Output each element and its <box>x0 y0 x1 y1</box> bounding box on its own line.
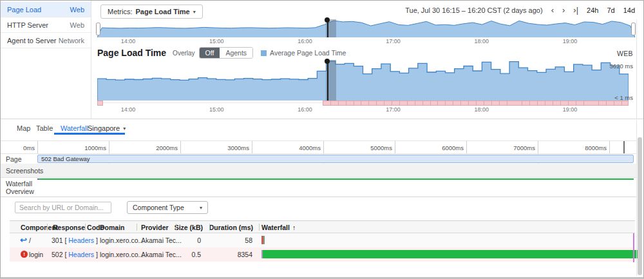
metrics-dropdown[interactable]: Metrics: Page Load Time ▾ <box>100 5 203 19</box>
selected-time-pin <box>327 60 328 101</box>
cell-response-code: 301 [ Headers ] <box>52 236 98 244</box>
section-divider <box>1 119 643 119</box>
overview-area-chart <box>97 19 635 37</box>
tab-map[interactable]: Map <box>17 124 30 132</box>
table-row-login[interactable]: !login502 [ Headers ]login.xero.co...Aka… <box>10 247 635 262</box>
range-7d-button[interactable]: 7d <box>607 6 614 14</box>
brush-handle-right[interactable] <box>631 23 636 35</box>
headers-link[interactable]: Headers <box>68 251 94 258</box>
cell-component: / <box>29 236 31 244</box>
time-tick-label: 18:00 <box>475 106 489 113</box>
time-tick-label: 19:00 <box>563 106 578 113</box>
cell-domain: login.xero.co... <box>100 251 144 258</box>
legend-swatch <box>261 50 267 56</box>
caret-down-icon: ▾ <box>193 9 196 15</box>
skip-to-latest-icon[interactable]: ›| <box>573 7 578 14</box>
column-resize-handle[interactable] <box>259 224 260 231</box>
column-header-domain[interactable]: Domain <box>100 224 125 231</box>
time-tick-label: 14:00 <box>121 38 136 44</box>
chart-title: Page Load Time <box>97 48 166 58</box>
overlay-toggle[interactable]: Off Agents <box>199 47 254 59</box>
sidebar-item-http-server[interactable]: HTTP ServerWeb <box>1 17 91 33</box>
ruler-tick-label: 8000ms <box>558 144 607 151</box>
overlay-agents-button[interactable]: Agents <box>220 48 252 58</box>
time-tick-label: 17:00 <box>386 106 401 113</box>
ruler-gridline <box>109 141 109 153</box>
sort-ascending-icon[interactable]: ↑ <box>292 224 296 231</box>
tab-waterfall[interactable]: Waterfall <box>61 124 88 132</box>
cell-size-kb: 0 <box>158 236 201 244</box>
time-tick-label: 17:00 <box>386 38 401 44</box>
row-label-waterfall-overview: Waterfall Overview <box>6 180 41 195</box>
cell-response-code: 502 [ Headers ] <box>52 251 98 258</box>
ruler-tick-label: 5000ms <box>343 144 392 151</box>
time-tick-label: 16:00 <box>298 38 312 44</box>
headers-link[interactable]: Headers <box>68 236 94 244</box>
overview-timeline-chart[interactable] <box>97 19 635 37</box>
search-input[interactable] <box>15 202 111 213</box>
component-type-dropdown[interactable]: Component Type ▾ <box>127 201 208 214</box>
brush-handle-left[interactable] <box>96 23 100 35</box>
error-segment-outage <box>323 101 629 106</box>
ruler-tick-label: 4000ms <box>272 144 321 151</box>
date-range-bar: Tue, Jul 30 16:15 – 16:20 CST (2 days ag… <box>405 6 635 14</box>
page-bar-502-bad-gateway[interactable]: 502 Bad Gateway <box>37 155 634 163</box>
caret-down-icon: ▾ <box>200 205 202 211</box>
waterfall-bar <box>261 250 641 258</box>
ruler-end-marker <box>623 141 625 153</box>
column-resize-handle[interactable] <box>176 224 176 231</box>
ruler-gridline <box>180 141 181 153</box>
sidebar-item-type: Network <box>59 37 84 44</box>
ruler-gridline <box>466 141 467 153</box>
column-header-waterfall[interactable]: Waterfall↑ <box>261 224 296 231</box>
active-tab-underline <box>54 133 125 135</box>
waterfall-bar-small <box>261 236 265 244</box>
legend-label: Average Page Load Time <box>270 49 346 57</box>
ruler-gridline <box>395 141 395 153</box>
table-row--[interactable]: ↩/301 [ Headers ]login.xero.co...Akamai … <box>10 233 635 248</box>
selected-time-pin-head <box>325 17 330 23</box>
selected-time-pin-head <box>325 59 330 64</box>
column-resize-handle[interactable] <box>137 224 137 231</box>
tab-table[interactable]: Table <box>36 124 53 132</box>
cell-duration-ms: 8354 <box>203 251 252 258</box>
overview-time-axis: 14:0015:0016:0017:0018:0019:00 <box>97 38 635 45</box>
redirect-icon: ↩ <box>20 235 27 245</box>
scrollbar-thumb[interactable] <box>638 137 642 275</box>
cell-component: login <box>29 251 43 258</box>
ruler-tick-label: 6000ms <box>415 144 464 151</box>
column-header-response-code[interactable]: Response Code <box>53 224 104 231</box>
sidebar-item-agent-to-server[interactable]: Agent to ServerNetwork <box>1 33 91 48</box>
waterfall-overview-row: Waterfall Overview <box>1 178 637 197</box>
overview-duration-bar <box>39 178 634 180</box>
chart-max-value: 3620 ms <box>610 63 633 70</box>
sidebar-item-page-load[interactable]: Page LoadWeb <box>1 2 91 17</box>
overlay-off-button[interactable]: Off <box>200 48 220 58</box>
chevron-left-icon[interactable]: ‹ <box>551 7 554 14</box>
page-load-area-chart <box>97 60 629 101</box>
column-resize-handle[interactable] <box>209 224 210 231</box>
page-load-time-chart[interactable] <box>97 60 629 101</box>
caret-down-icon: ▾ <box>123 126 126 131</box>
column-header-size-kb-[interactable]: Size (kB) <box>145 224 203 231</box>
ruler-tick-label: 0ms <box>0 144 35 151</box>
chart-time-axis: 14:0015:0016:0017:0018:0019:00 <box>97 106 635 113</box>
scrollbar-track <box>636 19 637 276</box>
ruler-tick-label: 7000ms <box>486 144 535 151</box>
column-resize-handle[interactable] <box>85 224 86 231</box>
location-dropdown[interactable]: Singapore ▾ <box>88 124 126 132</box>
range-24h-button[interactable]: 24h <box>587 6 598 14</box>
column-header-duration-ms-[interactable]: Duration (ms) <box>195 224 253 231</box>
ruler-gridline <box>37 141 38 153</box>
availability-error-band <box>97 101 629 106</box>
sidebar-item-type: Web <box>70 21 84 29</box>
sidebar: Page LoadWebHTTP ServerWebAgent to Serve… <box>1 2 91 48</box>
error-icon: ! <box>21 251 28 258</box>
web-badge: WEB <box>617 50 633 57</box>
cell-duration-ms: 58 <box>203 236 252 244</box>
cell-size-kb: 0.5 <box>158 251 201 258</box>
chevron-right-icon[interactable]: › <box>562 7 565 14</box>
overlay-label: Overlay <box>173 50 194 57</box>
range-14d-button[interactable]: 14d <box>623 6 635 14</box>
column-resize-handle[interactable] <box>47 224 48 231</box>
